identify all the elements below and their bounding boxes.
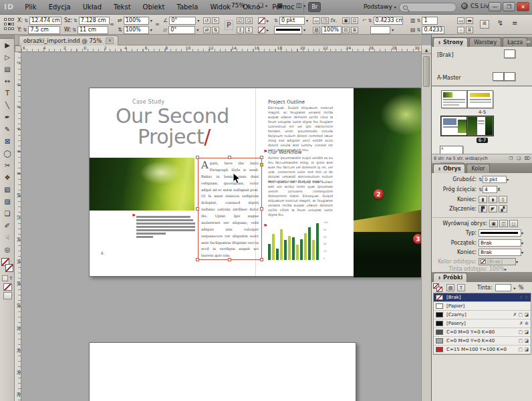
workspace-switcher[interactable]: Podstawy ▾: [361, 3, 399, 11]
gradient-tool[interactable]: ▧: [0, 183, 15, 195]
fit-content-icon[interactable]: ⊞: [480, 20, 489, 29]
tint-field[interactable]: [495, 284, 511, 291]
menu-item[interactable]: Plik: [19, 2, 41, 12]
restore-button[interactable]: ❐: [503, 2, 515, 11]
flip-vertical-icon[interactable]: ⇅: [212, 27, 219, 33]
corner-style-dropdown[interactable]: [370, 26, 390, 34]
close-tab-icon[interactable]: ✕: [106, 37, 114, 44]
formatting-container-icon[interactable]: [2, 275, 8, 281]
swatch-registration[interactable]: [Pasery] ✗ ⊕: [434, 319, 531, 328]
frame-handle[interactable]: [228, 258, 231, 261]
forest-photo-right[interactable]: 2 3: [354, 88, 421, 277]
type-tool[interactable]: T: [0, 87, 15, 99]
scrollbar-thumb[interactable]: [423, 56, 430, 87]
vertical-ruler[interactable]: 20246810121416182022242628: [15, 52, 21, 401]
constrain-scale-icon[interactable]: ∞: [155, 21, 160, 28]
selection-tool[interactable]: ▶: [0, 39, 15, 51]
scale-x-field[interactable]: 100%: [124, 17, 149, 25]
swatch-none[interactable]: [Brak] ✗ ⊘: [434, 293, 531, 302]
wrap-bounding-icon[interactable]: ≣: [351, 27, 358, 33]
join-miter-icon[interactable]: ▛: [479, 205, 487, 213]
fill-color-swatch[interactable]: [258, 27, 265, 33]
menu-item[interactable]: Tabela: [171, 2, 203, 12]
arrange-documents-dropdown[interactable]: ❏ ▾: [255, 1, 270, 9]
master-a-left-icon[interactable]: [493, 72, 504, 81]
rotation-field[interactable]: 0°: [169, 17, 196, 25]
page-8[interactable]: [89, 342, 356, 401]
fill-stroke-proxy[interactable]: [0, 257, 15, 274]
minimize-button[interactable]: —: [489, 2, 501, 11]
callout-badge-3[interactable]: 3: [413, 234, 421, 244]
stroke-type-dropdown[interactable]: [479, 229, 521, 237]
control-panel-menu-icon[interactable]: ≡: [512, 20, 517, 27]
pencil-tool[interactable]: ✎: [0, 123, 15, 135]
opacity-field[interactable]: 100%: [321, 26, 342, 34]
join-round-icon[interactable]: ◤: [489, 205, 497, 213]
bridge-button[interactable]: Br: [308, 2, 321, 12]
shear-field[interactable]: 0°: [168, 26, 195, 34]
frame-fitting-icon[interactable]: ⊡: [351, 17, 358, 24]
corner-radius-field[interactable]: 0.4233 cm: [374, 17, 403, 25]
frame-handle[interactable]: [196, 156, 199, 159]
page-tool[interactable]: ▤: [0, 63, 15, 75]
select-previous-icon[interactable]: ↥: [237, 27, 244, 33]
object-effects-icon[interactable]: ▣: [342, 17, 350, 24]
effects-icon[interactable]: fx.: [330, 17, 337, 24]
zoom-level-dropdown[interactable]: 75% ▾: [229, 1, 251, 9]
spread-label-4-5[interactable]: 4-5: [432, 110, 532, 115]
swatch-k80[interactable]: C=0 M=0 Y=0 K=80 ▢ ◪: [434, 328, 531, 337]
rectangle-frame-tool[interactable]: ⊠: [0, 135, 15, 147]
frame-handle[interactable]: [260, 258, 263, 261]
gutter-field[interactable]: 0.4233 c: [422, 26, 444, 34]
transparency-icon[interactable]: ◳: [321, 17, 329, 24]
flip-horizontal-icon[interactable]: ⇄: [203, 27, 211, 33]
cap-round-icon[interactable]: ◗: [489, 196, 497, 203]
y-field[interactable]: 7.5 cm: [28, 26, 60, 34]
master-a-label[interactable]: A-Master: [437, 75, 461, 81]
line-tool[interactable]: ╲: [0, 99, 15, 111]
align-stroke-outside-icon[interactable]: ◻: [509, 220, 518, 227]
spread-6-7[interactable]: Case Study Our Second Project/ ⚑ 6 A gai…: [89, 88, 420, 277]
vertical-scrollbar[interactable]: ▲: [421, 45, 431, 401]
gradient-feather-tool[interactable]: ▨: [0, 195, 15, 207]
zoom-tool[interactable]: ◎: [0, 243, 15, 255]
tab-strony[interactable]: ⇕ Strony: [433, 37, 468, 47]
scale-y-field[interactable]: 100%: [124, 26, 149, 34]
swatch-paper[interactable]: [Papier]: [434, 302, 531, 311]
stepper-icon[interactable]: ⇅: [24, 18, 28, 23]
screen-mode-dropdown[interactable]: ◫ ▾: [293, 1, 309, 9]
frame-handle[interactable]: [260, 207, 263, 211]
new-page-icon[interactable]: ❑: [517, 156, 521, 161]
free-transform-tool[interactable]: ❖: [0, 171, 15, 183]
tab-kolor[interactable]: Kolor: [467, 164, 489, 173]
panel-menu-icon[interactable]: ≡: [526, 39, 531, 45]
selected-text-frame[interactable]: A gain, here the Intro Paragraph Style i…: [198, 158, 262, 260]
x-field[interactable]: 12.474 cm: [29, 17, 61, 25]
close-button[interactable]: ✕: [517, 2, 529, 11]
stroke-style-dropdown[interactable]: [274, 26, 302, 34]
width-field[interactable]: 7.128 cm: [79, 17, 110, 25]
frame-handle[interactable]: [260, 156, 263, 159]
scissors-tool[interactable]: ✂: [0, 159, 15, 171]
delete-page-icon[interactable]: ⌦: [525, 156, 531, 161]
view-options-dropdown[interactable]: ▦ ▾: [274, 1, 289, 9]
align-stroke-inside-icon[interactable]: ◫: [499, 220, 508, 227]
hand-tool[interactable]: ☟: [0, 231, 15, 243]
frame-handle[interactable]: [228, 156, 231, 159]
callout-badge-2[interactable]: 2: [374, 189, 384, 199]
bar-chart[interactable]: [268, 222, 321, 260]
gap-tool[interactable]: ↔: [0, 75, 15, 87]
rotate-ccw-icon[interactable]: ↺: [203, 17, 211, 24]
ruler-corner[interactable]: [15, 45, 21, 52]
pen-tool[interactable]: ✒: [0, 111, 15, 123]
spread-thumbnail-6-7[interactable]: [441, 116, 493, 136]
align-center-icon[interactable]: ▬: [466, 17, 473, 24]
container-button[interactable]: ▨: [446, 284, 454, 291]
select-container-icon[interactable]: ◱: [237, 17, 244, 24]
master-none-label[interactable]: [Brak]: [437, 52, 454, 58]
reference-point-proxy[interactable]: [4, 18, 15, 31]
stroke-weight-field[interactable]: 0 pkt: [279, 17, 305, 25]
distribute-icon[interactable]: –: [457, 27, 464, 33]
tab-lacza[interactable]: Łącza: [503, 37, 527, 47]
space-icon[interactable]: ≣: [466, 27, 473, 33]
